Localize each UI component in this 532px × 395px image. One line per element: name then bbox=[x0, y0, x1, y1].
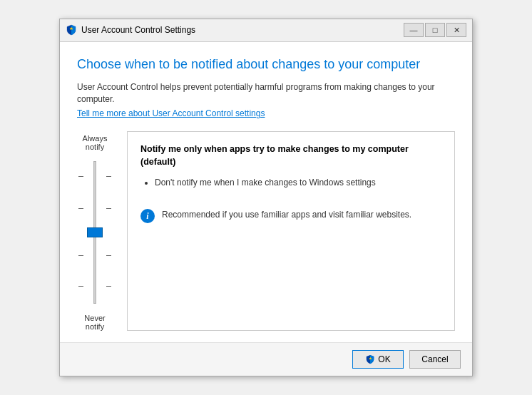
main-content: Choose when to be notified about changes… bbox=[60, 42, 472, 343]
info-panel: Notify me only when apps try to make cha… bbox=[127, 131, 455, 331]
slider-container: Always notify bbox=[77, 131, 113, 331]
slider-track bbox=[93, 161, 96, 304]
slider-track-area[interactable] bbox=[93, 154, 96, 311]
title-bar: User Account Control Settings — □ ✕ bbox=[60, 19, 472, 42]
info-panel-title: Notify me only when apps try to make cha… bbox=[140, 143, 441, 168]
recommendation-text: Recommended if you use familiar apps and… bbox=[162, 209, 411, 221]
cancel-button[interactable]: Cancel bbox=[409, 350, 461, 369]
title-bar-left: User Account Control Settings bbox=[66, 24, 195, 36]
main-heading: Choose when to be notified about changes… bbox=[77, 56, 455, 73]
footer: OK Cancel bbox=[60, 342, 472, 376]
window-title: User Account Control Settings bbox=[81, 25, 195, 35]
tick-line-left-3 bbox=[78, 255, 83, 256]
bullet-list: Don't notify me when I make changes to W… bbox=[140, 177, 441, 189]
tick-line-left-4 bbox=[78, 286, 83, 287]
title-bar-controls: — □ ✕ bbox=[404, 23, 466, 37]
ok-button[interactable]: OK bbox=[352, 350, 404, 369]
info-icon: i bbox=[140, 209, 155, 223]
description-text: User Account Control helps prevent poten… bbox=[77, 81, 455, 106]
tick-line-left-1 bbox=[78, 176, 83, 177]
slider-bottom-label: Never notify bbox=[77, 314, 113, 331]
tick-line-right-3 bbox=[106, 255, 111, 256]
tick-line-right-1 bbox=[106, 176, 111, 177]
tick-line-right-4 bbox=[106, 286, 111, 287]
slider-top-label: Always notify bbox=[77, 134, 113, 151]
minimize-button[interactable]: — bbox=[404, 23, 424, 37]
tick-line-right-2 bbox=[106, 208, 111, 209]
close-button[interactable]: ✕ bbox=[446, 23, 466, 37]
slider-thumb[interactable] bbox=[87, 227, 103, 237]
recommendation: i Recommended if you use familiar apps a… bbox=[140, 209, 441, 223]
slider-panel: Always notify bbox=[77, 131, 455, 331]
ok-shield-icon bbox=[365, 354, 375, 364]
maximize-button[interactable]: □ bbox=[425, 23, 445, 37]
ok-label: OK bbox=[378, 354, 390, 364]
shield-icon bbox=[66, 24, 77, 36]
bullet-item-1: Don't notify me when I make changes to W… bbox=[155, 177, 441, 189]
tick-line-left-2 bbox=[78, 208, 83, 209]
learn-more-link[interactable]: Tell me more about User Account Control … bbox=[77, 108, 265, 118]
main-window: User Account Control Settings — □ ✕ Choo… bbox=[59, 19, 473, 377]
